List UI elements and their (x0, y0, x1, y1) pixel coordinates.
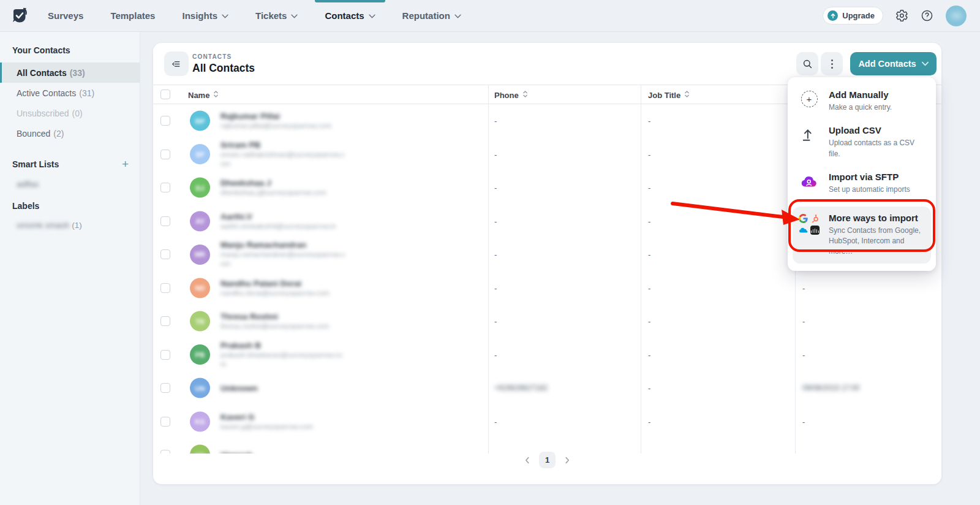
row-checkbox[interactable] (160, 283, 170, 293)
contact-avatar: DJ (190, 178, 210, 198)
contact-row[interactable]: KGKaveri Gkaveri.g@surveysparrow.com--- (153, 405, 941, 439)
nav-item-surveys[interactable]: Surveys (48, 0, 83, 31)
add-contacts-label: Add Contacts (858, 59, 916, 69)
next-page-button[interactable] (563, 456, 571, 465)
settings-gear-icon[interactable] (895, 9, 908, 22)
sidebar-item-count: (0) (72, 108, 83, 118)
menu-item-import-via-sftp[interactable]: Import via SFTPSet up automatic imports (793, 165, 931, 201)
row-checkbox[interactable] (160, 383, 170, 393)
column-header-phone[interactable]: Phone (494, 85, 528, 105)
menu-item-upload-csv[interactable]: Upload CSVUpload contacts as a CSV file. (793, 119, 931, 165)
row-checkbox[interactable] (160, 350, 170, 360)
nav-item-contacts[interactable]: Contacts (325, 0, 375, 31)
app-logo[interactable] (0, 0, 48, 31)
upgrade-label: Upgrade (842, 11, 875, 20)
contact-row[interactable]: UNUnknown+919626627182-09/08/2023 17:00 (153, 371, 941, 405)
upgrade-arrow-icon (827, 10, 838, 21)
contact-name-cell: MRManju Ramachandranmanju.ramachandran@s… (190, 240, 346, 268)
contact-name-cell: UNUnknown (190, 378, 346, 398)
page-number[interactable]: 1 (539, 452, 556, 468)
more-options-button[interactable] (821, 52, 843, 75)
help-icon[interactable] (921, 9, 933, 22)
sort-icon (522, 90, 528, 100)
nav-item-label: Surveys (48, 10, 83, 21)
row-checkbox[interactable] (160, 116, 170, 126)
nav-item-templates[interactable]: Templates (110, 0, 155, 31)
smart-list-item[interactable]: adffas (17, 180, 127, 189)
sidebar-item-bounced[interactable]: Bounced(2) (0, 123, 140, 143)
contact-name-cell: PBPrakash Bprakash.bhaskaran@surveysparr… (190, 341, 346, 369)
upload-csv-icon (801, 126, 817, 142)
contact-avatar: SP (190, 144, 210, 164)
label-item[interactable]: smsmk smash(1) (17, 221, 127, 230)
contact-name-cell: RPRajkumar Pillairajkumar.pillai@surveys… (190, 111, 346, 131)
sidebar-item-all-contacts[interactable]: All Contacts(33) (0, 63, 140, 83)
contact-phone: - (494, 116, 497, 126)
column-header-job-title[interactable]: Job Title (648, 85, 690, 105)
pagination: 1 (153, 452, 941, 468)
contact-job-title: - (648, 417, 650, 426)
sidebar-item-count: (31) (79, 88, 94, 98)
column-header-name[interactable]: Name (188, 85, 219, 105)
user-avatar[interactable]: SB (946, 6, 967, 26)
contact-job-title: - (648, 150, 650, 159)
row-checkbox[interactable] (160, 183, 170, 192)
contact-row[interactable]: TRThresa Roshnithresa.roshni@surveysparr… (153, 305, 941, 338)
contact-name: Prakash B (221, 341, 346, 350)
contact-job-title: - (648, 116, 650, 126)
select-all-checkbox[interactable] (160, 89, 170, 99)
row-checkbox[interactable] (160, 249, 170, 259)
contact-name: Unknown (221, 384, 346, 393)
smart-list-items: adffas (0, 180, 140, 189)
contact-name-cell: AVAarthi.Vaarthi.venkatesh4@surveysparro… (190, 211, 346, 231)
nav-right-cluster: Upgrade SB (823, 0, 980, 31)
primary-nav-items: SurveysTemplatesInsightsTicketsContactsR… (48, 0, 461, 31)
sidebar-item-unsubscribed[interactable]: Unsubscribed(0) (0, 103, 140, 123)
top-navigation: SurveysTemplatesInsightsTicketsContactsR… (0, 0, 980, 32)
contact-name-cell: TRThresa Roshnithresa.roshni@surveysparr… (190, 311, 346, 332)
contact-avatar: TR (190, 311, 210, 332)
previous-page-button[interactable] (523, 456, 532, 465)
sidebar-item-label: Bounced (17, 129, 50, 139)
sidebar-items: All Contacts(33)Active Contacts(31)Unsub… (0, 63, 140, 143)
contact-job-title: - (648, 317, 650, 326)
collapse-sidebar-button[interactable] (164, 51, 189, 76)
contact-name-cell: DJDheekshaa Jdheekshaa.j@surveysparrow.c… (190, 178, 346, 198)
menu-item-more-ways-to-import[interactable]: More ways to importSync Contacts from Go… (793, 207, 931, 264)
nav-item-reputation[interactable]: Reputation (402, 0, 461, 31)
contact-avatar: AV (190, 211, 210, 231)
contact-job-title: - (648, 183, 650, 192)
menu-item-add-manually[interactable]: +Add ManuallyMake a quick entry. (793, 83, 931, 119)
contact-avatar: MR (190, 245, 210, 265)
menu-item-subtitle: Upload contacts as a CSV file. (829, 138, 926, 159)
intercom-icon (810, 226, 820, 235)
sidebar-item-active-contacts[interactable]: Active Contacts(31) (0, 83, 140, 103)
collapse-panel-icon (172, 59, 182, 69)
contact-email: prakash.bhaskaran@surveysparrow.com (221, 351, 346, 369)
label-item-label: smsmk smash (17, 221, 69, 230)
row-checkbox[interactable] (160, 216, 170, 226)
sidebar-section-title: Your Contacts (12, 45, 127, 55)
nav-item-insights[interactable]: Insights (182, 0, 228, 31)
sidebar-item-label: Unsubscribed (17, 108, 69, 118)
label-item-count: (1) (72, 221, 82, 230)
contact-job-title: - (648, 350, 650, 359)
contact-avatar: UN (190, 378, 210, 398)
contact-row[interactable]: NDNandhu Palani Dorainandhu.dorai@survey… (153, 271, 941, 305)
breadcrumb: CONTACTS (192, 53, 255, 60)
add-contacts-button[interactable]: Add Contacts (850, 52, 937, 75)
upgrade-button[interactable]: Upgrade (823, 7, 883, 25)
column-label: Name (188, 91, 209, 100)
row-checkbox[interactable] (160, 150, 170, 159)
contact-email: rajkumar.pillai@surveysparrow.com (221, 121, 346, 131)
row-checkbox[interactable] (160, 417, 170, 427)
chevron-down-icon (922, 61, 929, 66)
row-checkbox[interactable] (160, 316, 170, 326)
search-button[interactable] (796, 52, 818, 75)
contact-row[interactable]: PBPrakash Bprakash.bhaskaran@surveysparr… (153, 338, 941, 372)
menu-item-title: Upload CSV (829, 125, 926, 135)
nav-item-tickets[interactable]: Tickets (255, 0, 298, 31)
contact-email: kaveri.g@surveysparrow.com (221, 422, 346, 431)
add-smart-list-button[interactable]: + (122, 158, 129, 170)
contact-email: sriram.radhakrishnan@surveysparrow.com (221, 150, 346, 169)
